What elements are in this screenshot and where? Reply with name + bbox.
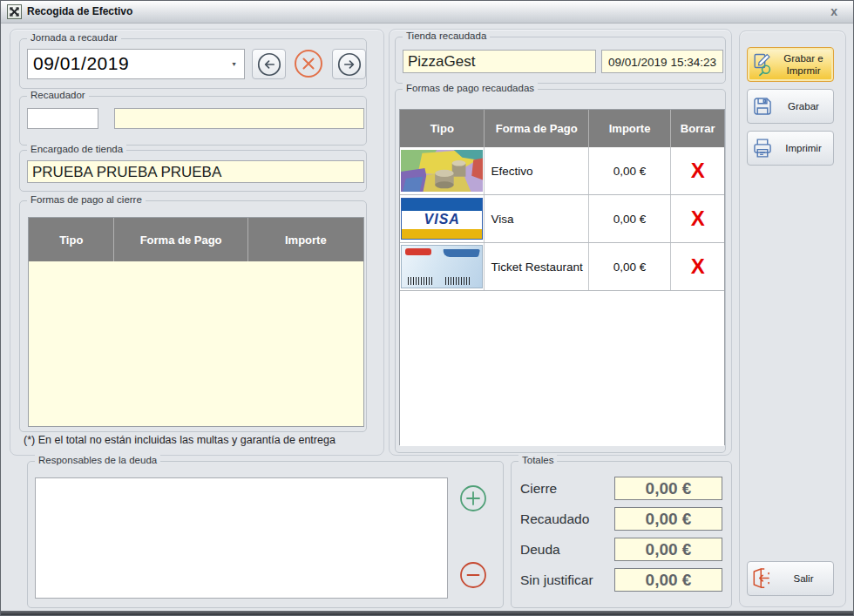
totales-recaudado-value: 0,00 €	[614, 507, 722, 531]
document-pencil-magnifier-icon	[748, 51, 777, 78]
totales-deuda-label: Deuda	[520, 542, 560, 558]
ticket-logo	[405, 248, 431, 255]
grabar-e-imprimir-button[interactable]: Grabar e Imprmir	[747, 47, 834, 82]
ticket-restaurant-image	[401, 245, 483, 288]
ticket-swoosh	[442, 249, 480, 257]
cell-tipo	[400, 243, 485, 290]
column-header-forma-de-pago: Forma de Pago	[114, 218, 247, 261]
delete-x-icon: X	[691, 159, 705, 183]
encargado-input[interactable]: PRUEBA PRUEBA PRUEBA	[27, 160, 364, 183]
cancel-day-button[interactable]	[292, 47, 325, 80]
imprimir-label: Imprimir	[777, 142, 833, 154]
tienda-name-input[interactable]: PizzaGest	[403, 50, 596, 73]
previous-day-button[interactable]	[252, 49, 286, 79]
delete-row-button[interactable]: X	[671, 147, 724, 194]
group-responsables: Responsables de la deuda	[27, 461, 504, 608]
cell-importe: 0,00 €	[589, 243, 672, 290]
cell-importe: 0,00 €	[589, 147, 672, 194]
actions-panel: Grabar e Imprmir Grabar	[739, 30, 846, 607]
formas-cierre-header: Tipo Forma de Pago Importe	[29, 218, 363, 261]
group-formas-cierre-label: Formas de pago al cierre	[27, 194, 146, 205]
recaudador-name-input[interactable]	[114, 108, 364, 129]
floppy-disk-icon	[748, 94, 777, 118]
jornada-date-value: 09/01/2019	[33, 53, 129, 73]
recaudador-code-input[interactable]	[27, 108, 98, 129]
formas-cierre-empty-body	[29, 261, 363, 426]
table-row-efectivo: Efectivo 0,00 € X	[400, 147, 724, 195]
cash-euro-image	[401, 150, 483, 192]
visa-logo: VISA	[402, 212, 482, 227]
group-formas-recaudadas: Formas de pago recaudadas Tipo Forma de …	[395, 89, 726, 453]
cell-tipo: VISA	[400, 195, 485, 242]
delete-row-button[interactable]: X	[671, 243, 724, 290]
formas-cierre-table: Tipo Forma de Pago Importe	[28, 217, 364, 427]
delete-x-icon: X	[691, 206, 705, 231]
responsables-listbox[interactable]	[35, 477, 448, 599]
group-formas-cierre: Formas de pago al cierre Tipo Forma de P…	[19, 200, 367, 432]
next-day-button[interactable]	[332, 49, 366, 79]
totales-cierre-value: 0,00 €	[614, 477, 722, 500]
formas-recaudadas-table: Tipo Forma de Pago Importe Borrar	[399, 109, 725, 445]
salir-label: Salir	[777, 572, 833, 585]
cell-forma: Efectivo	[485, 147, 588, 194]
total-note: (*) En el total no están incluidas las m…	[24, 434, 381, 446]
left-panel: Jornada a recaudar 09/01/2019 ▼	[10, 29, 384, 456]
grabar-button[interactable]: Grabar	[747, 89, 834, 124]
group-tienda: Tienda recaudada PizzaGest 09/01/2019 15…	[395, 37, 726, 84]
table-row-visa: VISA Visa 0,00 € X	[400, 195, 724, 243]
cancel-circle-icon	[292, 47, 325, 80]
group-tienda-label: Tienda recaudada	[403, 30, 490, 41]
cell-forma: Visa	[485, 195, 588, 242]
delete-row-button[interactable]: X	[671, 195, 724, 242]
cell-tipo	[400, 147, 485, 194]
remove-responsable-button[interactable]	[458, 560, 488, 590]
app-icon	[7, 4, 22, 19]
barcode	[408, 277, 434, 285]
group-recaudador: Recaudador	[19, 96, 367, 146]
totales-sin-justificar-label: Sin justificar	[520, 572, 593, 588]
tienda-datetime-field: 09/01/2019 15:34:23	[601, 50, 723, 73]
plus-circle-icon	[458, 484, 488, 513]
group-formas-recaudadas-label: Formas de pago recaudadas	[403, 83, 538, 93]
formas-recaudadas-empty-area	[400, 291, 724, 446]
add-responsable-button[interactable]	[458, 484, 488, 513]
visa-card-image: VISA	[401, 198, 483, 240]
formas-recaudadas-header: Tipo Forma de Pago Importe Borrar	[400, 110, 724, 147]
title-bar: Recogida de Efectivo x	[1, 1, 853, 24]
right-panel: Tienda recaudada PizzaGest 09/01/2019 15…	[389, 29, 732, 456]
group-totales: Totales Cierre 0,00 € Recaudado 0,00 € D…	[511, 461, 732, 608]
chevron-down-icon: ▼	[231, 61, 238, 68]
group-encargado: Encargado de tienda PRUEBA PRUEBA PRUEBA	[19, 150, 367, 192]
close-icon[interactable]: x	[830, 3, 837, 19]
grabar-e-imprimir-label: Grabar e Imprmir	[777, 52, 833, 78]
group-recaudador-label: Recaudador	[27, 90, 89, 100]
group-totales-label: Totales	[518, 455, 557, 465]
exit-door-icon	[748, 565, 777, 592]
arrow-left-circle-icon	[255, 51, 283, 78]
column-header-borrar: Borrar	[671, 110, 724, 147]
window-title: Recogida de Efectivo	[27, 5, 132, 17]
visa-blue-band	[402, 199, 482, 211]
totales-sin-justificar-value: 0,00 €	[614, 568, 722, 592]
column-header-tipo: Tipo	[400, 110, 485, 147]
group-encargado-label: Encargado de tienda	[27, 144, 126, 154]
minus-circle-icon	[458, 560, 488, 590]
group-responsables-label: Responsables de la deuda	[35, 455, 160, 465]
totales-deuda-value: 0,00 €	[614, 538, 722, 561]
group-jornada: Jornada a recaudar 09/01/2019 ▼	[19, 38, 367, 89]
group-jornada-label: Jornada a recaudar	[27, 32, 121, 43]
barcode	[445, 277, 471, 285]
totales-recaudado-label: Recaudado	[520, 511, 589, 527]
jornada-date-combo[interactable]: 09/01/2019 ▼	[27, 49, 245, 79]
totales-cierre-label: Cierre	[520, 481, 557, 497]
imprimir-button[interactable]: Imprimir	[747, 131, 834, 166]
recogida-efectivo-window: Recogida de Efectivo x Jornada a recauda…	[0, 0, 854, 616]
table-row-ticket-restaurant: Ticket Restaurant 0,00 € X	[400, 243, 724, 291]
column-header-importe: Importe	[248, 218, 363, 261]
cell-importe: 0,00 €	[589, 195, 672, 242]
printer-icon	[748, 136, 777, 160]
visa-gold-band	[402, 229, 482, 239]
salir-button[interactable]: Salir	[747, 561, 834, 596]
arrow-right-circle-icon	[336, 51, 363, 78]
column-header-forma-de-pago: Forma de Pago	[485, 110, 588, 147]
